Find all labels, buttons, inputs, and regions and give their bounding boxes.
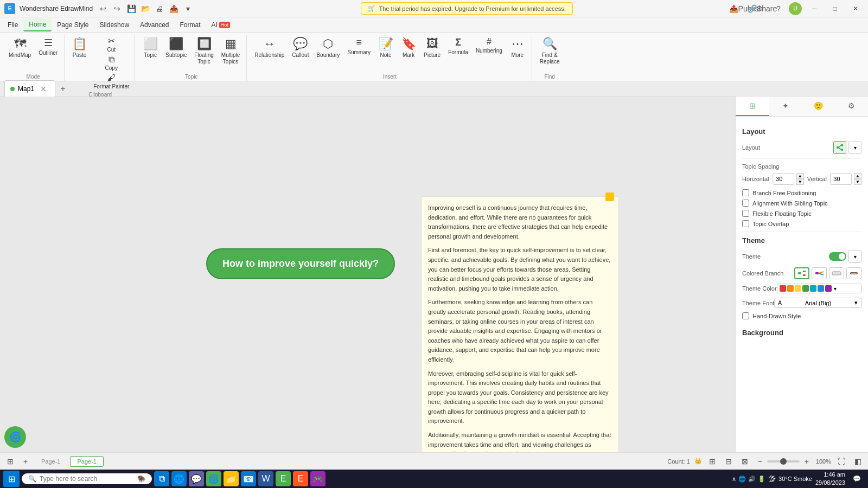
branch-free-checkbox[interactable] [742,189,749,196]
taskbar-app-outlook[interactable]: 📧 [241,471,256,486]
maximize-button[interactable]: □ [827,1,843,16]
taskbar-app-teams[interactable]: 💬 [189,471,204,486]
sys-tray-arrow[interactable]: ∧ [732,476,736,483]
menu-slideshow[interactable]: Slideshow [94,19,135,31]
notification-button[interactable]: 💬 [848,471,865,486]
vertical-up[interactable]: ▲ [854,173,861,179]
taskbar-app-word[interactable]: W [258,471,273,486]
search-input[interactable] [40,475,134,483]
undo-button[interactable]: ↩ [97,3,109,15]
user-avatar[interactable]: U [789,2,802,15]
branch-style-3[interactable] [829,267,844,279]
horizontal-up[interactable]: ▲ [796,173,804,179]
outliner-button[interactable]: ☰ Outliner [35,35,61,59]
panel-tab-style[interactable]: ✦ [769,97,802,116]
picture-button[interactable]: 🖼 Picture [420,35,444,61]
paste-button[interactable]: 📋 Paste [69,35,90,61]
search-bar[interactable]: 🔍 🦬 [22,473,152,484]
theme-dropdown[interactable]: ▾ [848,250,861,263]
boundary-button[interactable]: ⬡ Boundary [313,35,343,61]
canvas[interactable]: How to improve yourself quickly? Improvi… [0,97,735,452]
multiple-topics-button[interactable]: ▦ Multiple Topics [218,35,243,67]
taskbar-app-taskview[interactable]: ⧉ [154,471,169,486]
share-button[interactable]: 🔗 Share [756,3,768,15]
panel-tab-layout[interactable]: ⊞ [736,97,769,116]
cut-button[interactable]: ✂ Cut [91,35,131,54]
taskbar-app-explorer[interactable]: 📁 [224,471,239,486]
zoom-out-button[interactable]: − [755,457,765,466]
zoom-slider[interactable] [767,460,800,463]
theme-toggle[interactable] [829,252,846,261]
find-replace-button[interactable]: 🔍 Find & Replace [537,35,563,67]
panel-tab-theme[interactable]: 🙂 [802,97,835,116]
start-button[interactable]: ⊞ [3,471,20,487]
export-button[interactable]: 📤 [168,3,180,15]
formula-button[interactable]: Σ Formula [445,35,471,58]
view-fit-button[interactable]: ⊟ [723,455,735,467]
floating-topic-button[interactable]: 🔲 Floating Topic [191,35,217,67]
branch-style-2[interactable] [812,267,827,279]
vertical-input[interactable] [830,173,852,185]
panel-toggle-button[interactable]: ◧ [852,455,864,467]
time-block[interactable]: 1:46 am 29/08/2023 [815,471,845,487]
close-button[interactable]: ✕ [847,1,864,16]
menu-home[interactable]: Home [23,18,52,31]
alignment-checkbox[interactable] [742,200,749,207]
layout-icon-mindmap[interactable] [833,141,846,154]
taskbar-app-edrawmind[interactable]: E [276,471,291,486]
layout-dropdown[interactable]: ▾ [848,141,861,154]
mindmap-button[interactable]: 🗺 MindMap [5,35,34,61]
menu-format[interactable]: Format [174,19,206,31]
menu-file[interactable]: File [2,19,23,31]
mark-button[interactable]: 🔖 Mark [398,35,419,61]
grid-view-button[interactable]: ⊞ [4,455,16,467]
numbering-button[interactable]: # Numbering [473,35,506,56]
horizontal-down[interactable]: ▼ [796,179,804,185]
format-painter-button[interactable]: 🖌 Format Painter [91,72,131,91]
theme-color-bar[interactable]: ▾ [777,284,861,293]
topic-overlap-checkbox[interactable] [742,220,749,227]
map-tab[interactable]: Map1 ✕ [4,80,55,97]
open-button[interactable]: 📂 [139,3,151,15]
more-button[interactable]: ⋯ More [507,35,528,61]
taskbar-app-edge[interactable]: 🌐 [171,471,187,486]
horizontal-input[interactable] [773,173,794,185]
theme-font-dropdown[interactable]: A Arial (Big) ▾ [774,298,861,308]
taskbar-app-game[interactable]: 🎮 [310,471,326,486]
taskbar-app-chrome[interactable]: 🌀 [206,471,221,486]
branch-style-4[interactable] [846,267,861,279]
save-button[interactable]: 💾 [125,3,137,15]
redo-button[interactable]: ↪ [111,3,123,15]
panel-tab-settings[interactable]: ⚙ [835,97,868,116]
branch-style-1[interactable] [794,267,809,279]
add-tab-button[interactable]: + [56,82,69,95]
zoom-in-button[interactable]: + [802,457,812,466]
view-normal-button[interactable]: ⊞ [706,455,718,467]
help-button[interactable]: ? [773,3,784,15]
add-page-button[interactable]: + [20,455,31,467]
menu-advanced[interactable]: Advanced [135,19,174,31]
hand-drawn-checkbox[interactable] [742,312,749,319]
tab-close-button[interactable]: ✕ [37,83,49,95]
summary-box[interactable]: Improving oneself is a continuous journe… [421,196,619,452]
fullscreen-button[interactable]: ⛶ [835,455,847,467]
vertical-down[interactable]: ▼ [854,179,861,185]
topic-button[interactable]: ⬜ Topic [139,35,161,61]
quick-access-more[interactable]: ▾ [182,3,194,15]
taskbar-app-edrawmax[interactable]: E [293,471,308,486]
minimize-button[interactable]: ─ [806,1,822,16]
trial-banner[interactable]: 🛒 The trial period has expired. Upgrade … [361,2,572,15]
callout-button[interactable]: 💬 Callout [289,35,312,61]
print-button[interactable]: 🖨 [154,3,165,15]
subtopic-button[interactable]: ⬛ Subtopic [162,35,190,61]
copy-button[interactable]: ⧉ Copy [91,54,131,72]
relationship-button[interactable]: ↔ Relationship [251,35,288,61]
summary-button[interactable]: ≡ Summary [344,35,374,58]
active-page-tab[interactable]: Page-1 [70,456,103,467]
menu-ai[interactable]: AI Hot [206,19,235,31]
flexible-floating-checkbox[interactable] [742,210,749,217]
note-button[interactable]: 📝 Note [375,35,397,61]
view-full-button[interactable]: ⊠ [739,455,751,467]
menu-page-style[interactable]: Page Style [52,19,94,31]
volume-icon[interactable]: 🔊 [748,476,756,483]
